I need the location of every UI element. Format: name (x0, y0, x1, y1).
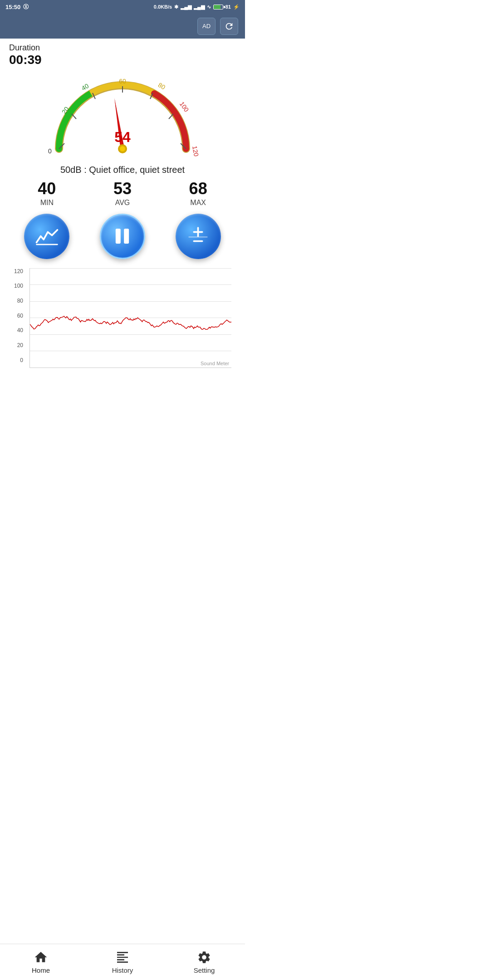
db-description: 50dB : Quiet office, quiet street (9, 165, 236, 175)
y-label-40: 40 (17, 327, 23, 333)
gauge-svg: 0 20 40 60 80 100 120 (45, 63, 200, 162)
svg-text:60: 60 (119, 78, 126, 85)
svg-text:100: 100 (178, 100, 191, 113)
chart-y-labels: 120 100 80 60 40 20 0 (9, 268, 25, 368)
stat-min-label: MIN (40, 199, 54, 207)
status-time: 15:50 (5, 4, 20, 10)
stat-max-label: MAX (190, 199, 206, 207)
top-bar: AD (0, 14, 245, 39)
svg-text:80: 80 (157, 81, 167, 91)
y-label-100: 100 (14, 283, 23, 289)
chart-brand-label: Sound Meter (201, 361, 229, 366)
svg-point-18 (120, 146, 125, 152)
refresh-button[interactable] (220, 18, 238, 35)
chart-button[interactable] (24, 214, 69, 259)
stat-avg: 53 AVG (113, 180, 132, 207)
plusminus-icon (186, 224, 211, 249)
signal-icon2: ▂▄▆ (194, 4, 205, 10)
y-label-120: 120 (14, 268, 23, 274)
svg-text:120: 120 (191, 145, 200, 157)
status-bar: 15:50 Ⓧ 0.0KB/s ✱ ▂▄▆ ▂▄▆ ∿ 81 ⚡ (0, 0, 245, 14)
signal-icon1: ▂▄▆ (181, 4, 191, 10)
stat-min: 40 MIN (38, 180, 56, 207)
charging-icon: ⚡ (233, 4, 240, 10)
chart-area: Sound Meter (29, 268, 231, 368)
stat-max-value: 68 (189, 180, 207, 198)
wifi-icon: ∿ (207, 4, 211, 10)
main-content: Duration 00:39 0 20 40 (0, 39, 245, 386)
gauge-container: 0 20 40 60 80 100 120 (9, 63, 236, 162)
svg-text:0: 0 (48, 147, 52, 155)
stat-min-value: 40 (38, 180, 56, 198)
refresh-icon (224, 21, 234, 31)
svg-rect-21 (116, 229, 121, 244)
stat-avg-value: 53 (113, 180, 132, 198)
y-label-20: 20 (17, 342, 23, 348)
stat-avg-label: AVG (115, 199, 130, 207)
plusminus-button[interactable] (176, 214, 221, 259)
battery-icon (213, 5, 223, 10)
status-p-icon: Ⓧ (23, 3, 29, 11)
actions-row (9, 214, 236, 259)
svg-rect-22 (124, 229, 129, 244)
y-label-60: 60 (17, 313, 23, 319)
status-right: 0.0KB/s ✱ ▂▄▆ ▂▄▆ ∿ 81 ⚡ (154, 4, 240, 10)
chart-icon (34, 224, 59, 249)
stats-row: 40 MIN 53 AVG 68 MAX (9, 180, 236, 207)
battery-percent: 81 (225, 4, 231, 10)
y-label-0: 0 (20, 357, 23, 363)
stat-max: 68 MAX (189, 180, 207, 207)
status-left: 15:50 Ⓧ (5, 3, 29, 11)
noise-chart-canvas (30, 268, 231, 368)
pause-icon (110, 224, 135, 249)
network-speed: 0.0KB/s (154, 4, 172, 10)
y-label-80: 80 (17, 298, 23, 304)
bluetooth-icon: ✱ (174, 4, 178, 10)
ad-button[interactable]: AD (197, 18, 216, 35)
svg-text:54: 54 (114, 129, 131, 145)
pause-button[interactable] (100, 214, 145, 259)
chart-section: 120 100 80 60 40 20 0 Sound Meter (9, 268, 236, 386)
duration-label: Duration (9, 43, 236, 53)
